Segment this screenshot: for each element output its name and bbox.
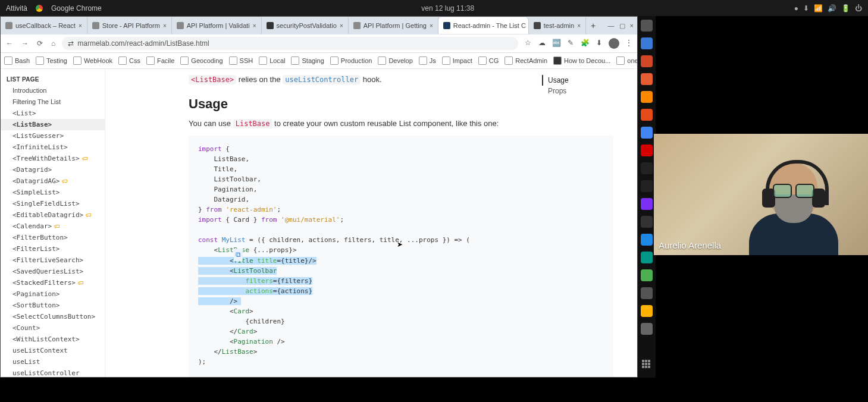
volume-icon[interactable]: 🔊 — [828, 4, 836, 12]
bookmark-ssh[interactable]: SSH — [229, 56, 253, 65]
close-window-button[interactable]: × — [630, 22, 634, 30]
sidebar-item[interactable]: <Calendar>🏷 — [1, 221, 105, 232]
sidebar-item[interactable]: <List> — [1, 108, 105, 119]
usage-code-block[interactable]: import { ListBase, Title, ListToolbar, P… — [189, 136, 613, 377]
sidebar-item[interactable]: <InfiniteList> — [1, 142, 105, 153]
sidebar-item[interactable]: <SelectColumnsButton> — [1, 311, 105, 322]
sidebar-item[interactable]: <SortButton> — [1, 300, 105, 311]
dock-app-icon[interactable] — [641, 305, 653, 317]
dock-app-icon[interactable] — [641, 55, 653, 67]
dock-app-icon[interactable] — [641, 162, 653, 174]
os-datetime[interactable]: ven 12 lug 11:38 — [110, 4, 786, 12]
battery-icon[interactable]: 🔋 — [841, 4, 850, 12]
dock-app-icon[interactable] — [641, 37, 653, 49]
sidebar-item[interactable]: <SimpleList> — [1, 187, 105, 198]
bookmark-cg[interactable]: CG — [478, 56, 499, 65]
sidebar-item[interactable]: <DatagridAG>🏷 — [1, 175, 105, 187]
sidebar-item[interactable]: <SavedQueriesList> — [1, 266, 105, 277]
forward-button[interactable]: → — [20, 39, 30, 48]
close-icon[interactable]: × — [163, 23, 167, 29]
bookmark-onepiece[interactable]: onePiece — [616, 56, 637, 65]
site-info-icon[interactable]: ⇄ — [68, 39, 74, 48]
menu-icon[interactable]: ⋮ — [624, 38, 634, 48]
avatar-icon[interactable] — [609, 38, 619, 49]
current-app-label[interactable]: Google Chrome — [51, 4, 102, 12]
bookmark-impact[interactable]: Impact — [442, 56, 472, 65]
tab-store-api[interactable]: Store - API Platform× — [87, 17, 172, 34]
bookmark-reactadmin[interactable]: RectAdmin — [504, 56, 547, 65]
bookmark-webhook[interactable]: WebHook — [73, 56, 112, 65]
dock-app-icon[interactable] — [641, 252, 653, 263]
close-icon[interactable]: × — [340, 23, 343, 29]
dock-app-icon[interactable] — [641, 109, 653, 121]
tab-api-validation[interactable]: API Platform | Validati× — [172, 17, 262, 34]
maximize-button[interactable]: ▢ — [619, 22, 625, 30]
dock-app-icon[interactable] — [641, 73, 653, 85]
show-applications-button[interactable] — [642, 360, 651, 369]
copy-icon[interactable]: ⧉ — [234, 249, 243, 261]
close-icon[interactable]: × — [253, 23, 256, 29]
dock-app-icon[interactable] — [641, 198, 653, 210]
minimize-button[interactable]: — — [608, 22, 615, 30]
star-bookmark-icon[interactable]: ☆ — [523, 38, 532, 48]
toc-usage[interactable]: Usage — [542, 75, 613, 86]
appindicator-icon[interactable]: ● — [794, 4, 798, 12]
sidebar-item[interactable]: <Pagination> — [1, 288, 105, 300]
bookmark-local[interactable]: Local — [259, 56, 285, 65]
close-icon[interactable]: × — [79, 23, 82, 29]
activities-label[interactable]: Attività — [6, 4, 27, 12]
dock-app-icon[interactable] — [641, 269, 653, 281]
network-icon[interactable]: 📶 — [814, 4, 823, 12]
bookmark-howto[interactable]: How to Decou... — [553, 56, 610, 65]
sidebar-item[interactable]: <WithListContext> — [1, 334, 105, 345]
doc-content[interactable]: Usage Props <ListBase> relies on the use… — [105, 69, 637, 377]
dock-app-icon[interactable] — [641, 20, 653, 32]
dock-app-icon[interactable] — [641, 323, 653, 335]
sidebar-item[interactable]: useListController — [1, 368, 105, 377]
webcam-video-tile[interactable]: Aurelio Arenella — [654, 134, 868, 255]
dock-app-icon[interactable] — [641, 216, 653, 228]
pen-icon[interactable]: ✎ — [566, 38, 575, 48]
dock-app-icon[interactable] — [641, 287, 653, 299]
back-button[interactable]: ← — [4, 39, 15, 48]
bookmark-testing[interactable]: Testing — [36, 56, 67, 65]
sidebar-item[interactable]: <FilterLiveSearch> — [1, 255, 105, 266]
sidebar-item[interactable]: Filtering The List — [1, 96, 105, 108]
close-icon[interactable]: × — [577, 23, 581, 29]
sidebar-item[interactable]: <ListBase> — [1, 119, 105, 130]
dock-app-icon[interactable] — [641, 180, 653, 192]
sidebar-item[interactable]: <TreeWithDetails>🏷 — [1, 153, 105, 164]
tab-api-getting[interactable]: API Platform | Getting× — [349, 17, 438, 34]
dock-app-icon[interactable] — [641, 145, 653, 156]
tab-github[interactable]: securityPostValidatio× — [262, 17, 349, 34]
cloud-icon[interactable]: ☁ — [537, 38, 547, 48]
tab-react-admin[interactable]: React-admin - The List C× — [438, 17, 529, 34]
dock-app-icon[interactable] — [641, 127, 653, 139]
sidebar-item[interactable]: useListContext — [1, 345, 105, 356]
bookmark-production[interactable]: Production — [330, 56, 372, 65]
bookmark-js[interactable]: Js — [419, 56, 436, 65]
bookmark-staging[interactable]: Staging — [291, 56, 324, 65]
bookmark-develop[interactable]: Develop — [378, 56, 412, 65]
tab-usecallback[interactable]: useCallback – React× — [1, 17, 87, 34]
doc-sidebar[interactable]: LIST PAGE IntroductionFiltering The List… — [1, 69, 105, 377]
bookmark-css[interactable]: Css — [118, 56, 140, 65]
sidebar-item[interactable]: <FilterList> — [1, 243, 105, 255]
extensions-icon[interactable]: 🧩 — [580, 38, 590, 48]
dock-app-icon[interactable] — [641, 234, 653, 246]
sidebar-item[interactable]: <EditableDatagrid>🏷 — [1, 209, 105, 221]
sidebar-item[interactable]: Introduction — [1, 85, 105, 96]
translate-icon[interactable]: 🔤 — [551, 38, 561, 48]
new-tab-button[interactable]: + — [586, 21, 600, 30]
bookmark-facile[interactable]: Facile — [146, 56, 174, 65]
sidebar-item[interactable]: <StackedFilters>🏷 — [1, 277, 105, 288]
uselistcontroller-code[interactable]: useListController — [283, 75, 361, 84]
sidebar-item[interactable]: <SingleFieldList> — [1, 198, 105, 209]
sidebar-item[interactable]: <FilterButton> — [1, 232, 105, 243]
system-tray[interactable]: ● ⬇ 📶 🔊 🔋 ⏻ — [794, 4, 862, 12]
bookmark-bash[interactable]: Bash — [4, 56, 30, 65]
toc-props[interactable]: Props — [542, 86, 613, 96]
download-icon[interactable]: ⬇ — [803, 4, 809, 12]
sidebar-item[interactable]: useList — [1, 356, 105, 368]
dock-app-icon[interactable] — [641, 91, 653, 103]
